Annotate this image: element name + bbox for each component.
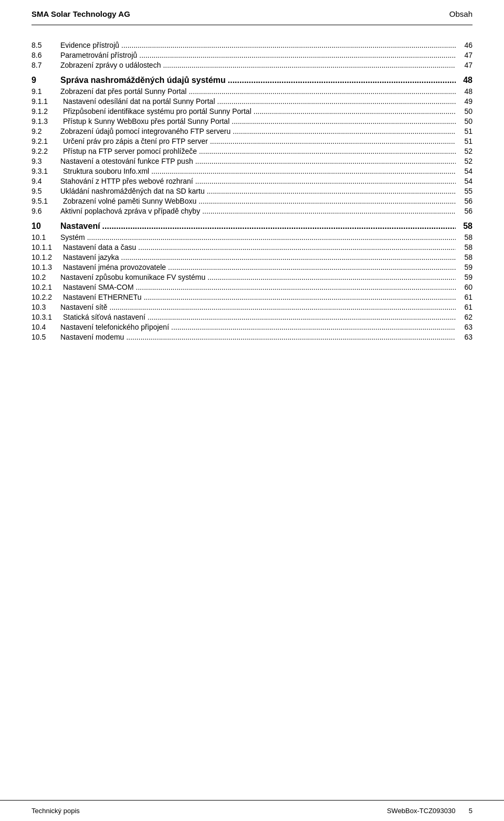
- toc-entry: 10Nastavení ............................…: [32, 222, 472, 231]
- toc-text: Zobrazení volné paměti Sunny WebBoxu: [63, 197, 196, 205]
- toc-number: 9.2: [32, 127, 60, 135]
- toc-text: Nastavení modemu: [60, 333, 124, 341]
- toc-page: 54: [458, 167, 472, 175]
- toc-page: 63: [458, 333, 472, 341]
- toc-number: 10.2.2: [32, 293, 63, 301]
- toc-number: 10.1: [32, 233, 60, 241]
- toc-number: 9: [32, 76, 60, 85]
- toc-text: Nastavení: [60, 222, 100, 231]
- toc-page: 52: [458, 147, 472, 155]
- toc-text: Nastavení sítě: [60, 303, 108, 311]
- toc-entry: 9.1.1Nastavení odesílání dat na portál S…: [32, 97, 472, 106]
- toc-dots: ........................................…: [110, 303, 456, 311]
- toc-entry: 9.3.1Struktura souboru Info.xml ........…: [32, 167, 472, 175]
- toc-page: 59: [458, 273, 472, 281]
- toc-page: 58: [458, 243, 472, 251]
- toc-number: 10: [32, 222, 60, 231]
- toc-entry: 9.1.3Přístup k Sunny WebBoxu přes portál…: [32, 117, 472, 125]
- toc-number: 10.2: [32, 273, 60, 281]
- toc-text: Nastavení ETHERNETu: [63, 293, 142, 301]
- toc-entry: 9.1.2Přizpůsobení identifikace systému p…: [32, 107, 472, 115]
- toc-dots: ........................................…: [210, 137, 456, 145]
- toc-entry: 10.5Nastavení modemu ...................…: [32, 333, 472, 341]
- toc-dots: ........................................…: [207, 273, 456, 281]
- toc-dots: ........................................…: [228, 76, 456, 85]
- page-footer: Technický popis SWebBox-TCZ093030 5: [0, 800, 504, 821]
- toc-number: 9.2.2: [32, 147, 63, 155]
- toc-text: Nastavení způsobu komunikace FV systému: [60, 273, 205, 281]
- toc-dots: ........................................…: [171, 323, 456, 331]
- toc-page: 61: [458, 293, 472, 301]
- header-section-title: Obsah: [449, 9, 472, 18]
- toc-page: 48: [458, 76, 472, 85]
- toc-text: Nastavení jazyka: [63, 253, 119, 261]
- toc-entry: 8.5Evidence přístrojů ..................…: [32, 41, 472, 49]
- toc-entry: 10.2.2Nastavení ETHERNETu ..............…: [32, 293, 472, 301]
- toc-number: 8.7: [32, 61, 60, 69]
- footer-document-id: SWebBox-TCZ093030 5: [387, 807, 472, 815]
- toc-number: 8.5: [32, 41, 60, 49]
- toc-text: Statická síťová nastavení: [63, 313, 145, 321]
- toc-page: 50: [458, 107, 472, 115]
- toc-number: 9.2.1: [32, 137, 63, 145]
- toc-page: 49: [458, 97, 472, 106]
- toc-number: 9.5: [32, 187, 60, 195]
- toc-dots: ........................................…: [195, 157, 456, 165]
- toc-entry: 10.1.3Nastavení jména provozovatele ....…: [32, 263, 472, 271]
- toc-dots: ........................................…: [139, 51, 456, 59]
- toc-text: Zobrazení údajů pomocí integrovaného FTP…: [60, 127, 230, 135]
- toc-entry: 9.5.1Zobrazení volné paměti Sunny WebBox…: [32, 197, 472, 205]
- toc-text: Přizpůsobení identifikace systému pro po…: [63, 107, 251, 115]
- toc-text: Struktura souboru Info.xml: [63, 167, 149, 175]
- toc-dots: ........................................…: [232, 117, 456, 125]
- toc-page: 58: [458, 222, 472, 231]
- toc-page: 59: [458, 263, 472, 271]
- toc-entry: 9.5Ukládání nashromážděných dat na SD ka…: [32, 187, 472, 195]
- toc-entry: 10.1Systém .............................…: [32, 233, 472, 241]
- toc-dots: ........................................…: [199, 147, 456, 155]
- toc-entry: 9.2.2Přístup na FTP server pomocí prohlí…: [32, 147, 472, 155]
- toc-entry: 10.1.1Nastavení data a času ............…: [32, 243, 472, 251]
- toc-dots: ........................................…: [217, 97, 456, 106]
- toc-text: Nastavení telefonického připojení: [60, 323, 169, 331]
- toc-dots: ........................................…: [121, 41, 456, 49]
- toc-entry: 8.7Zobrazení zprávy o událostech .......…: [32, 61, 472, 69]
- company-logo: SMA Solar Technology AG: [32, 9, 130, 18]
- toc-text: Nastavení jména provozovatele: [63, 263, 166, 271]
- toc-page: 62: [458, 313, 472, 321]
- toc-entry: 9.3Nastavení a otestování funkce FTP pus…: [32, 157, 472, 165]
- toc-entry: 9.1Zobrazení dat přes portál Sunny Porta…: [32, 87, 472, 96]
- toc-dots: ........................................…: [121, 253, 456, 261]
- toc-number: 8.6: [32, 51, 60, 59]
- toc-number: 9.1.1: [32, 97, 63, 106]
- toc-text: Aktivní poplachová zpráva v případě chyb…: [60, 207, 200, 215]
- toc-entry: 9.6Aktivní poplachová zpráva v případě c…: [32, 207, 472, 215]
- table-of-contents: 8.5Evidence přístrojů ..................…: [32, 41, 472, 341]
- toc-dots: ........................................…: [87, 233, 456, 241]
- toc-page: 52: [458, 157, 472, 165]
- toc-text: Nastavení odesílání dat na portál Sunny …: [63, 97, 215, 106]
- toc-entry: 10.3Nastavení sítě .....................…: [32, 303, 472, 311]
- toc-dots: ........................................…: [126, 333, 456, 341]
- toc-text: Stahování z HTTP přes webové rozhraní: [60, 177, 193, 185]
- toc-text: Ukládání nashromážděných dat na SD kartu: [60, 187, 205, 195]
- toc-entry: 10.1.2Nastavení jazyka .................…: [32, 253, 472, 261]
- toc-dots: ........................................…: [188, 87, 456, 96]
- toc-text: Evidence přístrojů: [60, 41, 119, 49]
- toc-number: 10.5: [32, 333, 60, 341]
- toc-page: 58: [458, 233, 472, 241]
- toc-text: Správa nashromážděných údajů systému: [60, 76, 226, 85]
- toc-entry: 9.2Zobrazení údajů pomocí integrovaného …: [32, 127, 472, 135]
- toc-page: 60: [458, 283, 472, 291]
- page-header: SMA Solar Technology AG Obsah: [32, 0, 472, 25]
- toc-dots: ........................................…: [254, 107, 456, 115]
- toc-number: 9.6: [32, 207, 60, 215]
- toc-page: 46: [458, 41, 472, 49]
- toc-entry: 8.6Parametrování přístrojů .............…: [32, 51, 472, 59]
- toc-dots: ........................................…: [163, 61, 456, 69]
- toc-page: 55: [458, 187, 472, 195]
- toc-page: 51: [458, 137, 472, 145]
- toc-page: 47: [458, 61, 472, 69]
- toc-page: 56: [458, 197, 472, 205]
- toc-entry: 9Správa nashromážděných údajů systému ..…: [32, 76, 472, 85]
